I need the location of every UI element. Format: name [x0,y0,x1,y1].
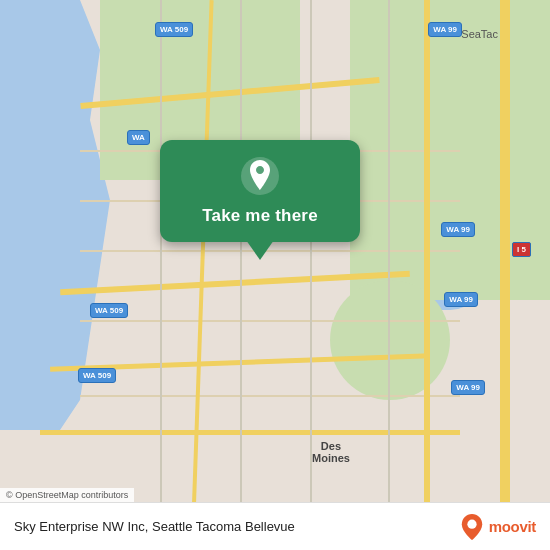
badge-wa509-bottom: WA 509 [78,368,116,383]
road-grid [80,320,460,322]
highway-i5 [500,0,510,550]
badge-wa99-top: WA 99 [428,22,462,37]
green-area-east [330,280,450,400]
road-minor [240,0,242,550]
badge-wa509-top: WA 509 [155,22,193,37]
location-name: Sky Enterprise NW Inc, Seattle Tacoma Be… [14,519,461,534]
badge-i5: I 5 [512,242,531,257]
road-minor [160,0,162,550]
moovit-logo: moovit [461,514,536,540]
location-pin-icon [240,156,280,196]
map-attribution: © OpenStreetMap contributors [0,488,134,502]
map-container: WA 509 WA 99 WA WA 99 I 5 WA 99 WA 509 W… [0,0,550,550]
badge-wa509-lower: WA 509 [90,303,128,318]
des-moines-label: DesMoines [312,440,350,464]
badge-wa-mid: WA [127,130,150,145]
bottom-bar: Sky Enterprise NW Inc, Seattle Tacoma Be… [0,502,550,550]
road-wa99 [424,0,430,550]
moovit-pin-icon [461,514,483,540]
map-background: WA 509 WA 99 WA WA 99 I 5 WA 99 WA 509 W… [0,0,550,550]
svg-point-1 [467,519,476,528]
road-grid [80,395,460,397]
badge-wa99-lower: WA 99 [444,292,478,307]
badge-wa99-bottom: WA 99 [451,380,485,395]
moovit-text: moovit [489,518,536,535]
road-minor [310,0,312,550]
badge-wa99-mid: WA 99 [441,222,475,237]
road-bottom [40,430,460,435]
take-me-there-button[interactable]: Take me there [202,206,318,226]
pin-card[interactable]: Take me there [160,140,360,242]
road-minor [388,0,390,550]
